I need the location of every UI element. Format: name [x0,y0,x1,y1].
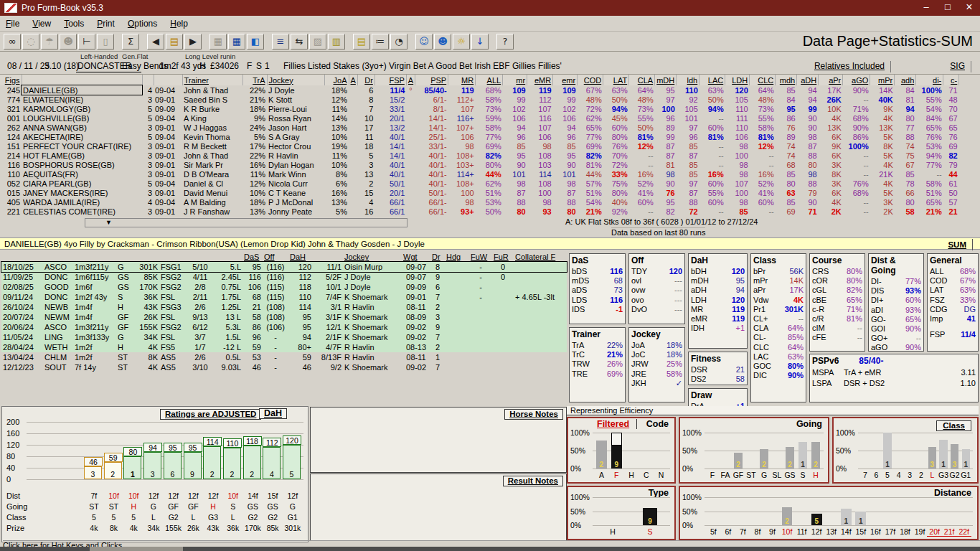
down-arrow-icon[interactable]: ↓ [471,34,489,50]
find-binoculars-icon[interactable]: ∞ [4,34,21,50]
column-header-mr[interactable]: mr [503,75,527,85]
runner-row[interactable]: 321KARMOLOGY(GB)509-09K R Burke18%Pierre… [0,104,959,113]
form-row[interactable]: 26/10/24NEWB1m4fH43KFSG32/61.25L21(108)1… [1,302,567,312]
docs-icon[interactable]: ▤ [353,34,370,50]
form-column-fuw[interactable]: FuW [469,252,492,262]
column-header-ldh[interactable]: ldh [677,75,699,85]
column-header-blank[interactable] [154,75,182,85]
column-header-aGO[interactable]: aGO [843,75,870,85]
column-header-mDH[interactable]: mDH [655,75,677,85]
column-header-blank[interactable] [142,75,154,85]
runner-row[interactable]: 221CELESTIAS COMET(IRE)309-01J R Fanshaw… [0,207,959,216]
relatives-included-button[interactable]: Relatives Included [811,61,891,72]
runner-row[interactable]: 405WARDA JAMILA(IRE)409-04A M Balding18%… [0,197,959,207]
runner-row[interactable]: 774ELWATEEN(IRE)309-01Saeed Bin S21%K St… [0,95,959,104]
form-row[interactable]: 20/07/24NEWM1m4fGF26KFSL9/1313 L58(108)9… [1,312,567,322]
column-header-TrA[interactable]: TrA [242,75,267,85]
sigma-sum-icon[interactable]: Σ [122,34,139,50]
column-header-CLC[interactable]: CLC [750,75,776,85]
maximize-button[interactable]: □ [937,0,958,16]
dah-metric-button[interactable]: DaH [259,408,287,419]
form-row[interactable]: 11/09/25DONC1m6f115yGS85KFSG24/112.45L11… [1,272,567,282]
form-row[interactable]: 11/05/24LING1m3f133yG34KFSL3/71.5L96-942… [1,332,567,342]
column-header-emr[interactable]: emr [553,75,578,85]
form-row[interactable]: 13/04/24CHLM1m2fST8KAS52/60.5L53-598/13F… [1,352,567,362]
column-header-mdh[interactable]: mdh [776,75,797,85]
runner-row[interactable]: 245DANIELLE(GB)409-04John & Thad22%J Doy… [0,85,959,95]
runner-row[interactable]: 116BOSPHORUS ROSE(GB)309-01Sir Mark Pr16… [0,160,959,169]
menu-options[interactable]: Options [128,19,157,29]
form-row[interactable]: 02/08/25GOOD1m6fGS170KFSG22/80.75L106(11… [1,282,567,292]
sum-button[interactable]: SUM [948,239,973,250]
column-header-LAC[interactable]: LAC [699,75,725,85]
column-header-Dr[interactable]: Dr [357,75,374,85]
column-header-eMR[interactable]: eMR [527,75,553,85]
column-header-ALL[interactable]: ALL [476,75,503,85]
column-header-blank[interactable] [22,75,142,85]
form-column-das[interactable]: DaS [242,252,263,262]
runner-row[interactable]: 151PERFECT YOUR CRAFT(IRE)309-01R M Beck… [0,141,959,151]
grid-blue-icon[interactable]: ▦ [228,34,245,50]
form-column-fur[interactable]: FuR [492,252,514,262]
column-header-Trainer[interactable]: Trainer [182,75,242,85]
result-notes-button[interactable]: Result Notes [503,476,563,486]
form-column-wgt[interactable]: Wgt [402,252,430,262]
column-header-MR[interactable]: MR [448,75,476,85]
close-button[interactable]: × [958,0,980,16]
notes-pad-icon[interactable]: ▥ [328,34,345,50]
menu-view[interactable]: View [32,19,51,29]
runner-row[interactable]: 110AEQUITAS(FR)309-01D B O'Meara11%Mark … [0,169,959,179]
column-header-Jockey[interactable]: Jockey [267,75,324,85]
column-header-PSP[interactable]: PSP [415,75,448,85]
column-header-c-[interactable]: c- [943,75,959,85]
folder-open-icon[interactable]: ▤ [166,34,183,50]
form-row[interactable]: 28/04/24WETH1m2fH4KFS51/7-12 L59-80+4/7F… [1,342,567,352]
runner-row[interactable]: 001LOUGHVILLE(GB)509-04A King9%Rossa Rya… [0,113,959,123]
rows-icon[interactable]: ≡ [272,34,289,50]
runner-row[interactable]: 124AKECHETA(IRE)509-04Kevin Thoma5%S A G… [0,132,959,141]
pin-icon[interactable]: ⊢ [78,34,95,50]
chart-icon[interactable]: ◧ [247,34,264,50]
sig-button[interactable]: SIG [947,61,971,72]
column-header-mPr[interactable]: mPr [870,75,895,85]
column-header-COD[interactable]: COD [578,75,603,85]
menu-print[interactable]: Print [97,19,115,29]
people-icon[interactable]: ☻ [434,34,451,50]
form-row[interactable]: 18/10/25ASCO1m3f211yG301KFSG15/105.L95(1… [1,262,567,272]
stopwatch-icon[interactable]: ◔ [390,34,407,50]
form-row[interactable]: 12/12/23SOUT7f 14yST4KAS53/109.03L46-469… [1,362,567,372]
prev-race-icon[interactable]: ◀ [147,34,164,50]
menu-help[interactable]: Help [170,19,188,29]
chart-title-class[interactable]: Class [936,420,971,431]
help-icon[interactable]: ? [496,34,514,50]
person-icon[interactable]: ☺ [415,34,433,50]
column-header-CLA[interactable]: CLA [629,75,655,85]
swap-columns-icon[interactable]: ⇆ [291,34,308,50]
menu-tools[interactable]: Tools [64,19,84,29]
form-column-jockey[interactable]: Jockey [343,252,402,262]
ratings-adjusted-button[interactable]: Ratings are ADJUSTED [160,409,261,420]
form-column-dr[interactable]: Dr [430,252,445,262]
column-header-LDH[interactable]: LDH [725,75,750,85]
form-column-dah[interactable]: DaH [288,252,313,262]
column-header-aPr[interactable]: aPr [819,75,843,85]
runner-row[interactable]: 015JANEY MACKERS(IRE)309-01David Menui10… [0,188,959,197]
form-column-collateral-f[interactable]: Collateral F [514,252,567,262]
column-header-A[interactable]: A [349,75,357,85]
column-header-JoA[interactable]: JoA [324,75,349,85]
horse-notes-button[interactable]: Horse Notes [504,409,563,420]
minimize-button[interactable]: – [915,0,937,16]
form-column-off[interactable]: Off [263,252,288,262]
horizontal-scrollbar[interactable]: ▼ [85,218,407,227]
column-header-A[interactable]: A [406,75,415,85]
column-header-di-[interactable]: di- [916,75,943,85]
column-header-adh[interactable]: adh [895,75,916,85]
menu-file[interactable]: File [6,19,19,29]
runner-row[interactable]: 262ANNA SWAN(GB)309-01W J Haggas24%Jason… [0,123,959,132]
list-icon[interactable]: ≔ [372,34,389,50]
column-header-LAT[interactable]: LAT [603,75,629,85]
form-row[interactable]: 20/06/24ASCO1m3f211yGF155KFSG26/125.3L86… [1,322,567,332]
lamp-icon[interactable]: ☼ [453,34,470,50]
runner-row[interactable]: 214HOT FLAME(GB)309-01John & Thad22%R Ha… [0,151,959,160]
filtered-button[interactable]: Filtered [597,419,637,429]
